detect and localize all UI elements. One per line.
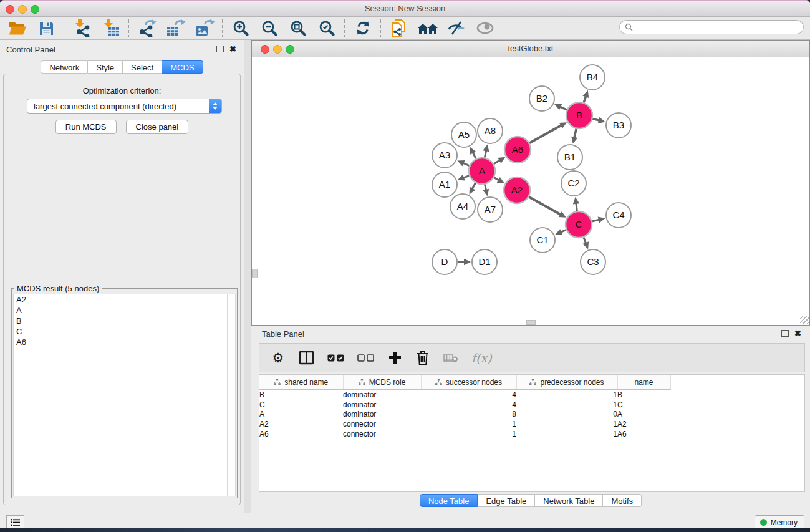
refresh-button[interactable]: [353, 19, 373, 37]
import-table-button[interactable]: [101, 19, 121, 37]
optimization-criterion-select[interactable]: largest connected component (directed): [27, 99, 222, 114]
result-item[interactable]: C: [14, 326, 228, 337]
arrowhead: [464, 259, 471, 265]
network-sort-icon: [529, 379, 536, 385]
zoom-in-button[interactable]: [231, 19, 251, 37]
result-item[interactable]: A: [14, 305, 228, 316]
table-row[interactable]: Adominator80A: [259, 410, 804, 420]
import-network-icon: [73, 19, 92, 37]
tab-network[interactable]: Network: [41, 60, 88, 74]
homes-icon: [417, 21, 438, 36]
search-input[interactable]: [635, 22, 803, 32]
main-toolbar: [0, 17, 810, 40]
mcds-result-list[interactable]: A2ABCA6: [13, 294, 228, 496]
edge-A6-B[interactable]: [529, 125, 562, 143]
open-session-button[interactable]: [7, 19, 27, 37]
tab-motifs[interactable]: Motifs: [603, 494, 642, 507]
zoom-fit-button[interactable]: [288, 19, 308, 37]
hide-details-button[interactable]: [475, 19, 495, 37]
home-networks-button[interactable]: [418, 19, 438, 37]
result-item[interactable]: B: [14, 316, 228, 326]
tab-style[interactable]: Style: [88, 60, 123, 74]
table-row[interactable]: A6connector11A6: [259, 429, 804, 439]
float-panel-icon[interactable]: [781, 330, 789, 337]
show-graphics-details-button[interactable]: [446, 19, 466, 37]
node-label-A5: A5: [458, 129, 470, 140]
arrowhead: [483, 145, 489, 152]
network-sort-icon: [435, 379, 442, 385]
column-header-successor-nodes[interactable]: successor nodes: [421, 375, 516, 390]
tab-mcds[interactable]: MCDS: [162, 60, 203, 74]
task-list-icon: [11, 518, 20, 526]
optimization-criterion-label: Optimization criterion:: [0, 86, 244, 95]
zoom-selected-button[interactable]: [317, 19, 337, 37]
table-toolbar: ⚙: [259, 343, 805, 372]
tab-network-table[interactable]: Network Table: [535, 494, 603, 507]
close-panel-icon[interactable]: ✖: [229, 46, 236, 52]
edge-C-C2[interactable]: [576, 203, 577, 211]
save-session-button[interactable]: [36, 19, 56, 37]
network-canvas[interactable]: A5A8A3A1A4A7AA6A2BB2B4B3B1CC2C4C1C3DD1: [253, 57, 809, 324]
select-all-columns-button[interactable]: [327, 349, 344, 367]
node-table[interactable]: shared nameMCDS rolesuccessor nodesprede…: [259, 374, 805, 492]
import-network-button[interactable]: [72, 19, 92, 37]
search-field[interactable]: [619, 20, 804, 34]
result-item[interactable]: A2: [14, 294, 228, 305]
close-panel-icon[interactable]: ✖: [794, 331, 801, 337]
table-row[interactable]: A2connector11A2: [259, 419, 804, 429]
graphics-details-icon: [448, 21, 465, 36]
export-table-button[interactable]: [166, 19, 186, 37]
tab-node-table[interactable]: Node Table: [420, 494, 478, 507]
delete-table-button[interactable]: [443, 349, 458, 367]
memory-button[interactable]: Memory: [755, 515, 804, 530]
column-header-MCDS-role[interactable]: MCDS role: [343, 375, 421, 390]
table-panel: Table Panel ✖ ⚙: [251, 326, 810, 513]
export-network-button[interactable]: [137, 19, 157, 37]
table-row[interactable]: Bdominator41B: [259, 390, 804, 400]
control-panel: Control Panel ✖ NetworkStyleSelectMCDS O…: [0, 40, 244, 513]
delete-table-icon: [443, 353, 458, 363]
export-image-button[interactable]: [195, 19, 215, 37]
network-window-titlebar[interactable]: testGlobe.txt: [252, 41, 809, 57]
zoom-fit-icon: [290, 20, 306, 36]
run-mcds-button[interactable]: Run MCDS: [55, 120, 117, 134]
result-item[interactable]: A6: [14, 337, 228, 347]
plus-icon: [388, 351, 402, 364]
result-scrollbar[interactable]: [227, 294, 236, 496]
window-edge-handle[interactable]: [252, 269, 258, 278]
arrowhead: [483, 189, 489, 196]
edge-A2-C[interactable]: [529, 197, 561, 215]
duplicate-network-button[interactable]: [389, 19, 409, 37]
float-panel-icon[interactable]: [216, 46, 224, 52]
table-row[interactable]: Cdominator41C: [259, 400, 804, 410]
zoom-out-button[interactable]: [259, 19, 279, 37]
mcds-result-title: MCDS result (5 nodes): [14, 284, 102, 293]
window-resize-grip[interactable]: [800, 316, 809, 324]
window-title: Session: New Session: [0, 4, 810, 13]
column-header-shared-name[interactable]: shared name: [259, 375, 343, 390]
column-header-name[interactable]: name: [617, 375, 670, 390]
import-table-icon: [102, 19, 120, 37]
network-sort-icon: [274, 379, 281, 385]
delete-columns-button[interactable]: [415, 349, 430, 367]
close-panel-button[interactable]: Close panel: [126, 120, 189, 134]
memory-status-icon: [760, 519, 767, 526]
tab-select[interactable]: Select: [123, 60, 162, 74]
arrowhead: [598, 117, 605, 123]
unselect-all-columns-button[interactable]: [357, 349, 374, 367]
edge-B-B1[interactable]: [574, 128, 576, 138]
function-builder-button[interactable]: f(x): [471, 349, 492, 367]
titlebar: Session: New Session: [0, 1, 810, 17]
desktop-wallpaper: [0, 528, 810, 532]
table-options-button[interactable]: ⚙: [271, 349, 286, 367]
arrowhead: [458, 175, 465, 181]
node-label-D: D: [441, 256, 448, 267]
column-header-predecessor-nodes[interactable]: predecessor nodes: [516, 375, 617, 390]
node-label-A8: A8: [485, 125, 496, 136]
create-column-button[interactable]: [387, 349, 402, 367]
tab-edge-table[interactable]: Edge Table: [478, 494, 535, 507]
window-edge-handle[interactable]: [526, 320, 536, 325]
show-columns-button[interactable]: [299, 349, 314, 367]
show-task-history-button[interactable]: [6, 515, 24, 529]
network-window-title: testGlobe.txt: [252, 44, 809, 53]
